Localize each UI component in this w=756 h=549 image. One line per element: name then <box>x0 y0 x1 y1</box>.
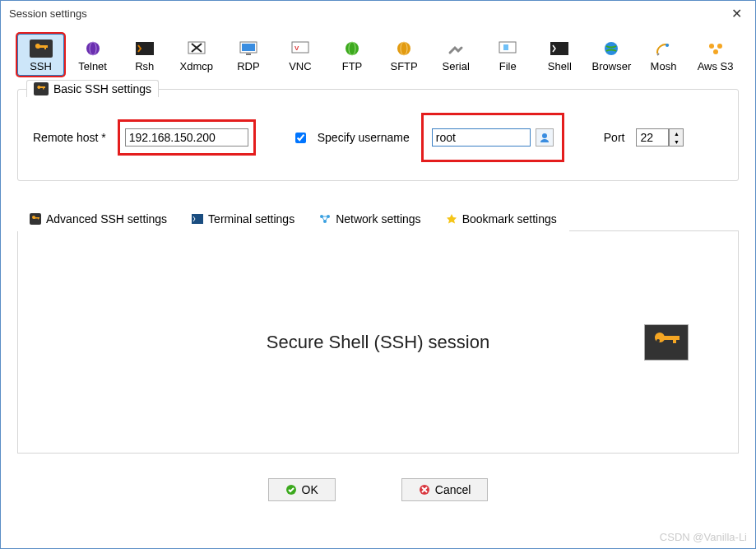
tool-label: Mosh <box>651 61 677 72</box>
ok-button[interactable]: OK <box>268 478 336 501</box>
port-up-button[interactable]: ▲ <box>670 129 683 137</box>
remote-host-label: Remote host * <box>33 131 106 144</box>
user-picker-button[interactable] <box>536 128 554 147</box>
close-icon[interactable]: ✕ <box>725 4 749 23</box>
svg-point-26 <box>656 339 660 342</box>
session-content: Secure Shell (SSH) session <box>17 231 739 454</box>
svg-rect-15 <box>550 42 568 55</box>
port-spinner[interactable]: ▲ ▼ <box>669 128 684 147</box>
tool-label: FTP <box>342 61 363 72</box>
tool-ssh[interactable]: SSH <box>17 34 64 76</box>
tool-file[interactable]: File <box>485 34 531 76</box>
tool-telnet[interactable]: Telnet <box>69 34 116 76</box>
check-icon <box>285 484 297 495</box>
tool-label: Shell <box>548 61 572 72</box>
terminal-icon <box>133 40 156 58</box>
ssh-key-big-icon <box>644 324 689 361</box>
tool-xdmcp[interactable]: Xdmcp <box>173 34 220 76</box>
fieldset-legend: Basic SSH settings <box>26 80 159 97</box>
star-icon <box>446 213 457 225</box>
tool-browser[interactable]: Browser <box>588 34 635 76</box>
port-input[interactable] <box>636 128 669 147</box>
key-icon <box>34 82 49 95</box>
svg-text:V: V <box>295 44 299 52</box>
svg-point-16 <box>605 42 618 55</box>
x-icon <box>185 40 208 58</box>
tool-label: Serial <box>443 61 470 72</box>
satellite-icon <box>652 40 675 58</box>
globe-blue-icon <box>600 40 623 58</box>
basic-ssh-fieldset: Basic SSH settings Remote host * Specify… <box>17 89 739 181</box>
cancel-button[interactable]: Cancel <box>401 478 489 501</box>
tool-label: SSH <box>30 61 52 72</box>
key-icon <box>30 213 41 225</box>
tool-serial[interactable]: Serial <box>433 34 480 76</box>
aws-icon <box>704 40 727 58</box>
tool-aws[interactable]: Aws S3 <box>692 34 739 76</box>
tool-sftp[interactable]: SFTP <box>381 34 428 76</box>
vnc-icon: V <box>289 40 312 58</box>
specify-username-checkbox[interactable] <box>295 133 306 143</box>
svg-rect-5 <box>242 44 255 51</box>
username-input[interactable] <box>432 128 531 147</box>
settings-tabs: Advanced SSH settings Terminal settings … <box>17 206 739 231</box>
session-title: Secure Shell (SSH) session <box>267 332 489 353</box>
tab-terminal[interactable]: Terminal settings <box>179 207 307 231</box>
globe-green-icon <box>341 40 364 58</box>
tool-label: RDP <box>237 61 259 72</box>
svg-point-11 <box>397 42 410 55</box>
file-monitor-icon <box>496 40 519 58</box>
tool-ftp[interactable]: FTP <box>328 34 375 76</box>
tool-label: VNC <box>289 61 311 72</box>
tool-label: Rsh <box>135 61 154 72</box>
svg-point-18 <box>709 44 714 49</box>
tool-label: SFTP <box>390 61 417 72</box>
tool-label: File <box>499 61 517 72</box>
port-down-button[interactable]: ▼ <box>670 137 683 146</box>
tab-bookmark[interactable]: Bookmark settings <box>434 207 569 231</box>
svg-rect-2 <box>136 42 154 55</box>
port-label: Port <box>604 131 625 144</box>
svg-point-21 <box>542 133 547 138</box>
tool-vnc[interactable]: V VNC <box>276 34 323 76</box>
tool-label: Telnet <box>78 61 107 72</box>
highlight-box <box>421 113 564 162</box>
tool-label: Aws S3 <box>698 61 734 72</box>
globe-orange-icon <box>392 40 415 58</box>
cross-icon <box>419 484 430 495</box>
svg-point-17 <box>666 44 669 47</box>
tool-label: Xdmcp <box>180 61 213 72</box>
globe-icon <box>81 40 104 58</box>
tool-mosh[interactable]: Mosh <box>640 34 687 76</box>
tool-shell[interactable]: Shell <box>536 34 583 76</box>
terminal-icon <box>192 213 203 225</box>
svg-point-20 <box>713 49 718 54</box>
tab-advanced-ssh[interactable]: Advanced SSH settings <box>17 207 179 231</box>
watermark: CSDN @Vanilla-Li <box>660 531 747 543</box>
tool-label: Browser <box>592 61 632 72</box>
tab-network[interactable]: Network settings <box>307 207 433 231</box>
remote-host-input[interactable] <box>125 128 248 147</box>
highlight-box <box>118 119 256 156</box>
shell-icon <box>548 40 571 58</box>
monitor-icon <box>237 40 260 58</box>
svg-rect-6 <box>246 54 251 55</box>
svg-rect-22 <box>192 214 203 224</box>
tool-rsh[interactable]: Rsh <box>121 34 168 76</box>
svg-point-0 <box>86 42 100 55</box>
plug-icon <box>444 40 467 58</box>
svg-point-9 <box>346 42 359 55</box>
tool-rdp[interactable]: RDP <box>225 34 271 76</box>
specify-username-label: Specify username <box>318 131 410 144</box>
svg-rect-14 <box>503 44 508 50</box>
key-icon <box>30 40 53 58</box>
network-icon <box>319 213 331 225</box>
svg-point-19 <box>717 44 722 49</box>
window-title: Session settings <box>9 7 87 20</box>
